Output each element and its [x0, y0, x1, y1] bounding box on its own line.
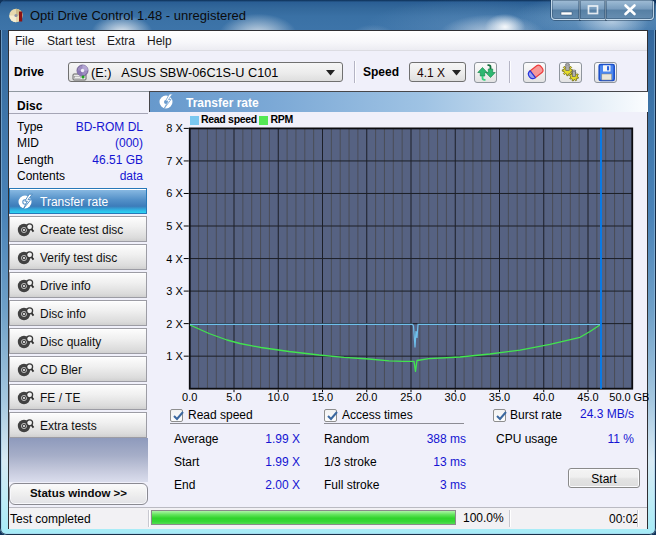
svg-text:2 X: 2 X — [166, 318, 183, 330]
svg-text:50.0: 50.0 — [609, 391, 630, 403]
svg-text:0.0: 0.0 — [182, 391, 197, 403]
svg-text:1 X: 1 X — [166, 350, 183, 362]
svg-text:30.0: 30.0 — [445, 391, 466, 403]
svg-text:3 X: 3 X — [166, 285, 183, 297]
svg-text:5 X: 5 X — [166, 220, 183, 232]
svg-text:4 X: 4 X — [166, 253, 183, 265]
svg-text:25.0: 25.0 — [400, 391, 421, 403]
svg-text:5.0: 5.0 — [226, 391, 241, 403]
svg-text:45.0: 45.0 — [577, 391, 598, 403]
svg-text:10.0: 10.0 — [268, 391, 289, 403]
svg-text:GB: GB — [634, 391, 650, 403]
svg-text:35.0: 35.0 — [489, 391, 510, 403]
svg-text:15.0: 15.0 — [312, 391, 333, 403]
svg-text:20.0: 20.0 — [356, 391, 377, 403]
svg-text:40.0: 40.0 — [533, 391, 554, 403]
